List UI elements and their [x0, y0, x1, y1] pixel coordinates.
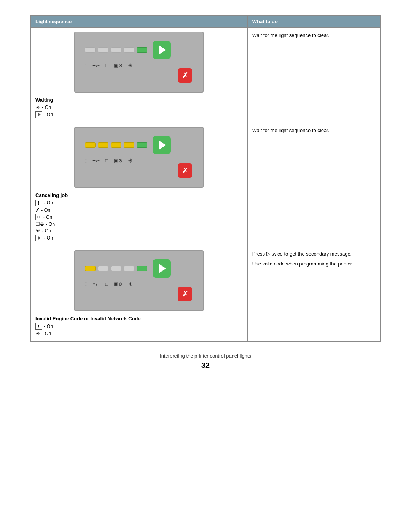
what-to-do-line: Use valid code when programming the prin…	[252, 260, 376, 268]
right-cell-waiting: Wait for the light sequence to clear.	[247, 28, 380, 123]
exclaim-icon: !	[35, 200, 42, 206]
ink-symbol: ▣⊗	[114, 281, 123, 287]
pulse-icon: ✗̆	[35, 207, 40, 213]
section-label-canceling: Canceling job	[35, 192, 243, 198]
section-label-invalid_code: Invalid Engine Code or Invalid Network C…	[35, 316, 243, 321]
status-text: - On	[41, 208, 50, 213]
left-cell-invalid_code: ! ✦/~ □ ▣⊗ ☀ ✗ Invalid Engine Code or In…	[31, 246, 248, 342]
panel-display: ! ✦/~ □ ▣⊗ ☀ ✗	[74, 32, 204, 93]
play-button[interactable]	[153, 41, 171, 59]
left-cell-waiting: ! ✦/~ □ ▣⊗ ☀ ✗ Waiting☀- On- On	[31, 28, 248, 123]
sun-symbol: ☀	[128, 158, 133, 164]
status-line: ☀- On	[35, 104, 243, 110]
status-text: - On	[44, 235, 53, 241]
what-to-do-text: Wait for the light sequence to clear.	[252, 32, 330, 38]
doc-symbol: □	[105, 281, 108, 287]
light-1	[98, 266, 108, 271]
icons-row: ! ✦/~ □ ▣⊗ ☀	[85, 281, 132, 287]
panel-display: ! ✦/~ □ ▣⊗ ☀ ✗	[74, 127, 204, 188]
cancel-button[interactable]: ✗	[178, 163, 192, 178]
main-table: Light sequence What to do ! ✦/~ □ ▣⊗ ☀	[30, 15, 381, 342]
pulse-symbol: ✦/~	[92, 63, 100, 68]
play-icon	[35, 111, 42, 118]
light-0	[85, 266, 96, 271]
play-triangle-icon	[159, 45, 166, 54]
panel-inner: ! ✦/~ □ ▣⊗ ☀ ✗	[79, 131, 199, 183]
top-area	[85, 41, 193, 59]
light-1	[98, 142, 108, 148]
light-2	[111, 142, 121, 148]
section-label-waiting: Waiting	[35, 97, 243, 103]
light-3	[124, 47, 134, 53]
status-text: - On	[44, 200, 53, 206]
lights-and-btn	[85, 136, 171, 154]
page-icon: □	[35, 214, 41, 220]
status-line: ☀- On	[35, 331, 243, 337]
right-cell-canceling: Wait for the light sequence to clear.	[247, 123, 380, 246]
status-line: - On	[35, 111, 243, 118]
footer-page: 32	[201, 361, 210, 370]
light-1	[98, 47, 108, 53]
status-text: - On	[46, 222, 55, 227]
play-button[interactable]	[153, 136, 171, 154]
light-2	[111, 47, 121, 53]
light-2	[111, 266, 121, 271]
status-text: - On	[42, 105, 51, 110]
right-cell-invalid_code: Press ▷ twice to get the secondary messa…	[247, 246, 380, 342]
doc-symbol: □	[105, 158, 108, 163]
col2-header: What to do	[247, 16, 380, 28]
status-text: - On	[43, 214, 52, 220]
lights-and-btn	[85, 259, 171, 278]
status-text: - On	[42, 228, 51, 233]
play-triangle-icon	[159, 141, 166, 150]
status-text: - On	[44, 112, 53, 117]
light-3	[124, 142, 134, 148]
status-text: - On	[44, 324, 53, 329]
sun-symbol: ☀	[128, 281, 133, 287]
light-4	[137, 47, 147, 53]
footer-text: Interpreting the printer control panel l…	[160, 353, 251, 359]
status-text: - On	[42, 331, 51, 336]
panel-inner: ! ✦/~ □ ▣⊗ ☀ ✗	[79, 36, 199, 88]
light-3	[124, 266, 134, 271]
light-0	[85, 142, 96, 148]
status-line: !- On	[35, 323, 243, 330]
sun-icon: ☀	[35, 228, 40, 234]
left-cell-canceling: ! ✦/~ □ ▣⊗ ☀ ✗ Canceling job!- On✗̆- On□…	[31, 123, 248, 246]
light-4	[137, 266, 147, 271]
ink-symbol: ▣⊗	[114, 158, 123, 163]
alert-symbol: !	[85, 62, 87, 69]
panel-display: ! ✦/~ □ ▣⊗ ☀ ✗	[74, 250, 204, 311]
doc-symbol: □	[105, 62, 108, 68]
sun-icon: ☀	[35, 331, 40, 337]
status-line: ☀- On	[35, 228, 243, 234]
status-line: ✗̆- On	[35, 207, 243, 213]
cancel-button[interactable]: ✗	[178, 68, 192, 83]
light-0	[85, 47, 96, 53]
col1-header: Light sequence	[31, 16, 248, 28]
play-icon	[35, 235, 42, 241]
alert-symbol: !	[85, 281, 87, 287]
ink-symbol: ▣⊗	[114, 62, 123, 68]
lights-and-btn	[85, 41, 171, 59]
status-line: □- On	[35, 214, 243, 220]
what-to-do-text: Wait for the light sequence to clear.	[252, 128, 330, 133]
play-triangle-icon	[159, 264, 166, 273]
cancel-button[interactable]: ✗	[178, 287, 192, 301]
top-area	[85, 259, 193, 278]
pulse-symbol: ✦/~	[92, 281, 100, 287]
panel-inner: ! ✦/~ □ ▣⊗ ☀ ✗	[79, 255, 199, 307]
play-button[interactable]	[153, 259, 171, 278]
sun-symbol: ☀	[128, 62, 133, 69]
ink-icon: ☐⊗	[35, 221, 44, 227]
alert-symbol: !	[85, 157, 87, 164]
pulse-symbol: ✦/~	[92, 158, 100, 163]
icons-row: ! ✦/~ □ ▣⊗ ☀	[85, 157, 132, 164]
what-to-do-line: Press ▷ twice to get the secondary messa…	[252, 250, 376, 258]
icons-row: ! ✦/~ □ ▣⊗ ☀	[85, 62, 132, 69]
exclaim-icon: !	[35, 323, 42, 330]
top-area	[85, 136, 193, 154]
sun-icon: ☀	[35, 104, 40, 110]
status-line: !- On	[35, 200, 243, 206]
status-line: ☐⊗- On	[35, 221, 243, 227]
